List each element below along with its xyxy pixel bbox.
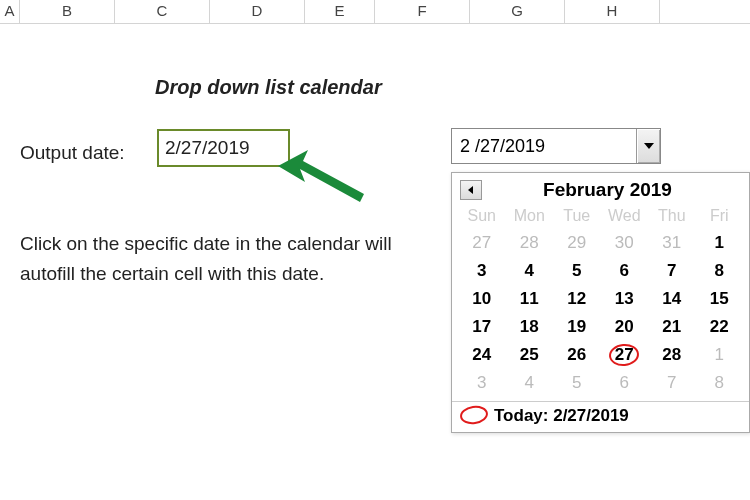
col-header-G[interactable]: G (470, 0, 565, 23)
calendar-today-label: Today: 2/27/2019 (494, 406, 629, 426)
calendar-day[interactable]: 5 (553, 369, 601, 397)
calendar-day[interactable]: 25 (506, 341, 554, 369)
calendar-day[interactable]: 3 (458, 369, 506, 397)
calendar-day[interactable]: 5 (553, 257, 601, 285)
date-dropdown[interactable]: 2 /27/2019 (451, 128, 661, 164)
calendar-day[interactable]: 29 (553, 229, 601, 257)
calendar-grid: SunMonTueWedThuFri2728293031134567810111… (452, 205, 749, 401)
col-header-A[interactable]: A (0, 0, 20, 23)
col-header-E[interactable]: E (305, 0, 375, 23)
calendar-dow: Mon (506, 205, 554, 229)
calendar-day[interactable]: 31 (648, 229, 696, 257)
calendar-day[interactable]: 10 (458, 285, 506, 313)
calendar-day[interactable]: 27 (601, 341, 649, 369)
date-dropdown-value: 2 /27/2019 (452, 136, 636, 157)
calendar-day[interactable]: 6 (601, 369, 649, 397)
col-header-B[interactable]: B (20, 0, 115, 23)
calendar-day[interactable]: 20 (601, 313, 649, 341)
calendar-day[interactable]: 13 (601, 285, 649, 313)
calendar-day[interactable]: 11 (506, 285, 554, 313)
svg-marker-0 (278, 150, 364, 202)
chevron-left-icon (467, 186, 475, 194)
calendar-day[interactable]: 7 (648, 257, 696, 285)
output-date-label: Output date: (20, 142, 125, 164)
calendar-day[interactable]: 18 (506, 313, 554, 341)
page-title: Drop down list calendar (155, 76, 382, 99)
calendar-day[interactable]: 19 (553, 313, 601, 341)
calendar-day[interactable]: 30 (601, 229, 649, 257)
calendar-day[interactable]: 28 (648, 341, 696, 369)
calendar-day[interactable]: 21 (648, 313, 696, 341)
chevron-down-icon (644, 143, 654, 149)
calendar-popup: February 2019 SunMonTueWedThuFri27282930… (451, 172, 750, 433)
calendar-day[interactable]: 4 (506, 369, 554, 397)
calendar-title: February 2019 (482, 179, 741, 201)
dropdown-toggle-button[interactable] (636, 129, 660, 163)
col-header-D[interactable]: D (210, 0, 305, 23)
calendar-dow: Fri (696, 205, 744, 229)
calendar-day[interactable]: 22 (696, 313, 744, 341)
col-header-C[interactable]: C (115, 0, 210, 23)
calendar-day[interactable]: 24 (458, 341, 506, 369)
today-marker-icon (460, 406, 490, 426)
calendar-day[interactable]: 6 (601, 257, 649, 285)
calendar-dow: Wed (601, 205, 649, 229)
col-header-F[interactable]: F (375, 0, 470, 23)
calendar-day[interactable]: 7 (648, 369, 696, 397)
calendar-day[interactable]: 1 (696, 229, 744, 257)
calendar-day[interactable]: 28 (506, 229, 554, 257)
calendar-day[interactable]: 26 (553, 341, 601, 369)
calendar-day[interactable]: 12 (553, 285, 601, 313)
svg-marker-1 (644, 143, 654, 149)
calendar-day[interactable]: 3 (458, 257, 506, 285)
calendar-day[interactable]: 8 (696, 369, 744, 397)
calendar-day[interactable]: 4 (506, 257, 554, 285)
calendar-day[interactable]: 17 (458, 313, 506, 341)
calendar-dow: Tue (553, 205, 601, 229)
instructions-text: Click on the specific date in the calend… (20, 229, 440, 289)
calendar-day[interactable]: 1 (696, 341, 744, 369)
calendar-dow: Sun (458, 205, 506, 229)
output-date-cell[interactable]: 2/27/2019 (157, 129, 290, 167)
column-headers: A B C D E F G H (0, 0, 750, 24)
col-header-H[interactable]: H (565, 0, 660, 23)
calendar-day[interactable]: 15 (696, 285, 744, 313)
calendar-today-row[interactable]: Today: 2/27/2019 (452, 401, 749, 432)
calendar-day[interactable]: 14 (648, 285, 696, 313)
arrow-annotation (278, 144, 368, 214)
selected-day-ring-icon (608, 343, 640, 368)
calendar-prev-button[interactable] (460, 180, 482, 200)
calendar-day[interactable]: 27 (458, 229, 506, 257)
svg-marker-2 (468, 186, 473, 194)
calendar-day[interactable]: 8 (696, 257, 744, 285)
calendar-dow: Thu (648, 205, 696, 229)
